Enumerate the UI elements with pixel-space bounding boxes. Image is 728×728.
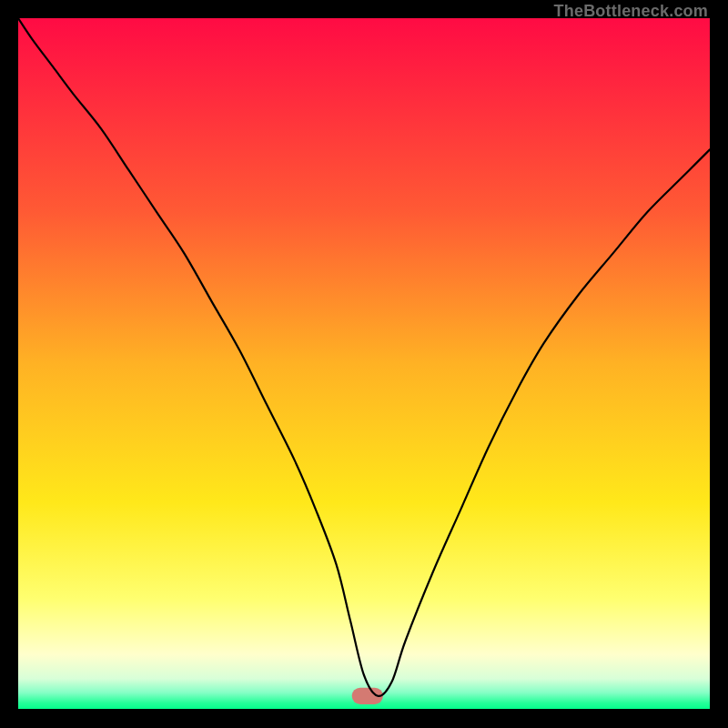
- chart-background: [18, 18, 710, 710]
- bottleneck-chart: [18, 18, 710, 710]
- plot-area: [18, 18, 710, 710]
- chart-frame: TheBottleneck.com: [0, 0, 728, 728]
- watermark-text: TheBottleneck.com: [554, 2, 708, 21]
